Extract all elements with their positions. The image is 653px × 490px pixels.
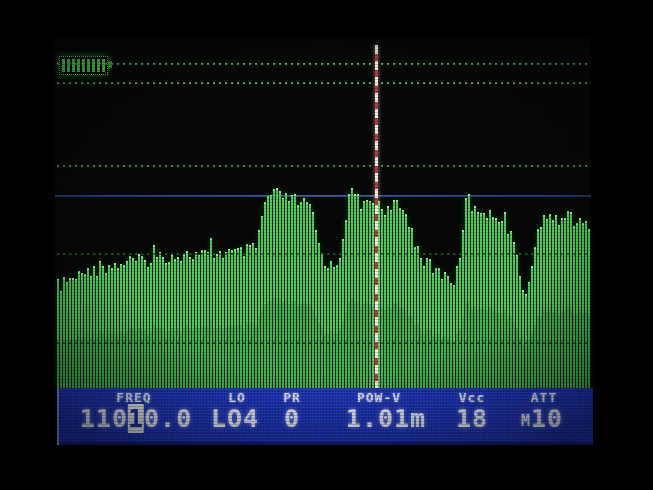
freq-edit-cursor: 1 <box>128 404 144 433</box>
reference-level-line <box>55 195 591 197</box>
battery-cells <box>62 59 105 72</box>
gridline <box>57 165 589 167</box>
field-att: ATT <box>531 391 557 405</box>
att-value-number: 10 <box>531 404 563 433</box>
battery-nub <box>108 61 112 68</box>
status-bar: FREQ 11010.0 LO LO4 PR 0 POW-V 1.01m Vcc… <box>57 388 593 445</box>
field-pr: PR <box>283 391 301 405</box>
gridline <box>57 82 589 84</box>
pr-label: PR <box>283 391 301 405</box>
att-value: M10 <box>521 404 563 436</box>
freq-label: FREQ <box>116 391 151 405</box>
gridline-overlay <box>57 253 589 255</box>
frequency-marker-line <box>375 45 378 388</box>
pow-v-value: 1.01m <box>346 404 426 434</box>
field-pow-v: POW-V <box>357 391 401 405</box>
vcc-label: Vcc <box>459 391 485 405</box>
gridline <box>57 63 589 65</box>
field-vcc: Vcc <box>459 391 485 405</box>
att-label: ATT <box>531 391 557 405</box>
field-lo: LO <box>228 391 246 405</box>
pr-value: 0 <box>284 404 300 434</box>
device-photo: FREQ 11010.0 LO LO4 PR 0 POW-V 1.01m Vcc… <box>0 0 653 490</box>
field-freq: FREQ <box>116 391 151 405</box>
att-value-prefix: M <box>521 412 531 430</box>
gridline-overlay <box>57 342 589 344</box>
freq-value-pre: 110 <box>80 404 128 433</box>
freq-value: 11010.0 <box>80 404 192 434</box>
freq-value-post: 0.0 <box>144 404 192 433</box>
pow-v-label: POW-V <box>357 391 401 405</box>
lo-label: LO <box>228 391 246 405</box>
lo-value: LO4 <box>211 404 259 434</box>
vcc-value: 18 <box>456 404 488 434</box>
battery-full-icon <box>59 56 108 75</box>
lcd-display: FREQ 11010.0 LO LO4 PR 0 POW-V 1.01m Vcc… <box>55 38 591 446</box>
